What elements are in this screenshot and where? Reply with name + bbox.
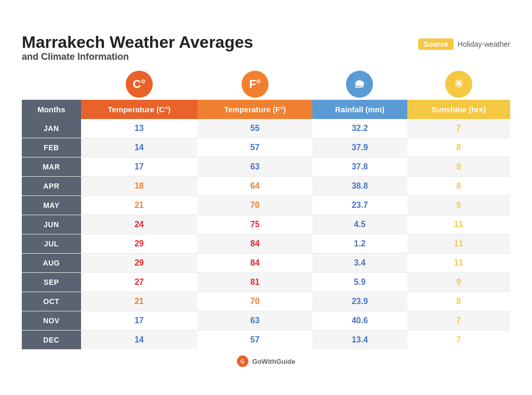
- sun-cell: 8: [407, 157, 511, 177]
- table-row: FEB 14 57 37.9 8: [22, 138, 510, 157]
- temp-c-icon-cell: C°: [81, 71, 197, 100]
- table-row: OCT 21 70 23.9 8: [22, 292, 510, 311]
- sun-cell: 7: [407, 331, 511, 349]
- brand-logo-icon: G: [237, 356, 248, 367]
- table-row: JUN 24 75 4.5 11: [22, 215, 510, 234]
- temp-f-cell: 57: [197, 331, 313, 349]
- table-row: APR 18 64 38.8 8: [22, 177, 510, 196]
- temp-f-icon: F°: [242, 71, 269, 98]
- rain-cell: 23.7: [312, 196, 407, 215]
- sun-cell: 9: [407, 273, 511, 292]
- sun-cell: 7: [407, 119, 511, 138]
- temp-c-header: Temperature (C°): [81, 100, 197, 119]
- brand-name: GoWithGuide: [252, 358, 296, 365]
- rain-cell: 38.8: [312, 177, 407, 196]
- temp-c-cell: 17: [81, 157, 197, 177]
- sun-cell: 11: [407, 215, 511, 234]
- sun-cell: 11: [407, 234, 511, 254]
- month-cell: AUG: [22, 254, 81, 273]
- rain-cell: 4.5: [312, 215, 407, 234]
- sun-cell: 9: [407, 196, 511, 215]
- temp-c-cell: 29: [81, 234, 197, 254]
- temp-f-cell: 70: [197, 196, 313, 215]
- month-cell: DEC: [22, 331, 81, 349]
- temp-c-cell: 29: [81, 254, 197, 273]
- temp-c-cell: 17: [81, 311, 197, 331]
- temp-c-cell: 21: [81, 196, 197, 215]
- temp-c-cell: 13: [81, 119, 197, 138]
- sun-cell: 11: [407, 254, 511, 273]
- rain-cell: 5.9: [312, 273, 407, 292]
- header-row: Months Temperature (C°) Temperature (F°)…: [22, 100, 510, 119]
- sun-cell: 8: [407, 292, 511, 311]
- table-row: MAR 17 63 37.8 8: [22, 157, 510, 177]
- table-row: JUL 29 84 1.2 11: [22, 234, 510, 254]
- temp-c-cell: 27: [81, 273, 197, 292]
- temp-f-cell: 75: [197, 215, 313, 234]
- temp-c-cell: 21: [81, 292, 197, 311]
- rain-cell: 1.2: [312, 234, 407, 254]
- source-badge: Source: [418, 38, 453, 50]
- page-wrapper: Marrakech Weather Averages and Climate I…: [17, 23, 515, 372]
- table-row: SEP 27 81 5.9 9: [22, 273, 510, 292]
- month-cell: FEB: [22, 138, 81, 157]
- temp-c-cell: 24: [81, 215, 197, 234]
- month-cell: OCT: [22, 292, 81, 311]
- table-row: DEC 14 57 13.4 7: [22, 331, 510, 349]
- month-cell: JUN: [22, 215, 81, 234]
- temp-f-cell: 64: [197, 177, 313, 196]
- rain-cell: 23.9: [312, 292, 407, 311]
- rain-cell: 3.4: [312, 254, 407, 273]
- table-row: JAN 13 55 32.2 7: [22, 119, 510, 138]
- temp-f-cell: 81: [197, 273, 313, 292]
- main-title: Marrakech Weather Averages: [22, 33, 253, 51]
- month-cell: MAY: [22, 196, 81, 215]
- page-header: Marrakech Weather Averages and Climate I…: [22, 33, 510, 62]
- temp-f-cell: 70: [197, 292, 313, 311]
- temp-f-cell: 63: [197, 311, 313, 331]
- sun-cell: 7: [407, 311, 511, 331]
- sun-icon-cell: ☀: [407, 71, 511, 100]
- month-cell: SEP: [22, 273, 81, 292]
- temp-f-header: Temperature (F°): [197, 100, 313, 119]
- month-cell: JAN: [22, 119, 81, 138]
- title-block: Marrakech Weather Averages and Climate I…: [22, 33, 253, 62]
- temp-c-cell: 18: [81, 177, 197, 196]
- months-header: Months: [22, 100, 81, 119]
- temp-f-cell: 84: [197, 254, 313, 273]
- source-block: Source Holiday-weather: [418, 38, 510, 50]
- months-icon-cell: [22, 71, 81, 100]
- table-row: NOV 17 63 40.6 7: [22, 311, 510, 331]
- rain-cell: 40.6: [312, 311, 407, 331]
- sun-header: Sunshine (hrs): [407, 100, 511, 119]
- sun-icon: ☀: [445, 71, 472, 98]
- table-row: AUG 29 84 3.4 11: [22, 254, 510, 273]
- temp-f-cell: 84: [197, 234, 313, 254]
- rain-cell: 32.2: [312, 119, 407, 138]
- month-cell: NOV: [22, 311, 81, 331]
- rain-cell: 13.4: [312, 331, 407, 349]
- temp-c-cell: 14: [81, 138, 197, 157]
- month-cell: MAR: [22, 157, 81, 177]
- month-cell: APR: [22, 177, 81, 196]
- temp-f-cell: 55: [197, 119, 313, 138]
- icon-row: C° F° 🌧 ☀: [22, 71, 510, 100]
- rain-cell: 37.9: [312, 138, 407, 157]
- temp-f-cell: 63: [197, 157, 313, 177]
- sun-cell: 8: [407, 138, 511, 157]
- sun-cell: 8: [407, 177, 511, 196]
- sub-title: and Climate Information: [22, 51, 253, 62]
- temp-f-icon-cell: F°: [197, 71, 313, 100]
- weather-table: C° F° 🌧 ☀ Months Temperature (C°) Temper…: [22, 71, 510, 349]
- rain-cell: 37.8: [312, 157, 407, 177]
- rain-icon-cell: 🌧: [312, 71, 407, 100]
- footer: G GoWithGuide: [22, 356, 510, 367]
- table-row: MAY 21 70 23.7 9: [22, 196, 510, 215]
- rain-header: Rainfall (mm): [312, 100, 407, 119]
- source-text: Holiday-weather: [458, 40, 510, 48]
- rain-icon: 🌧: [346, 71, 373, 98]
- temp-c-cell: 14: [81, 331, 197, 349]
- temp-c-icon: C°: [126, 71, 153, 98]
- temp-f-cell: 57: [197, 138, 313, 157]
- month-cell: JUL: [22, 234, 81, 254]
